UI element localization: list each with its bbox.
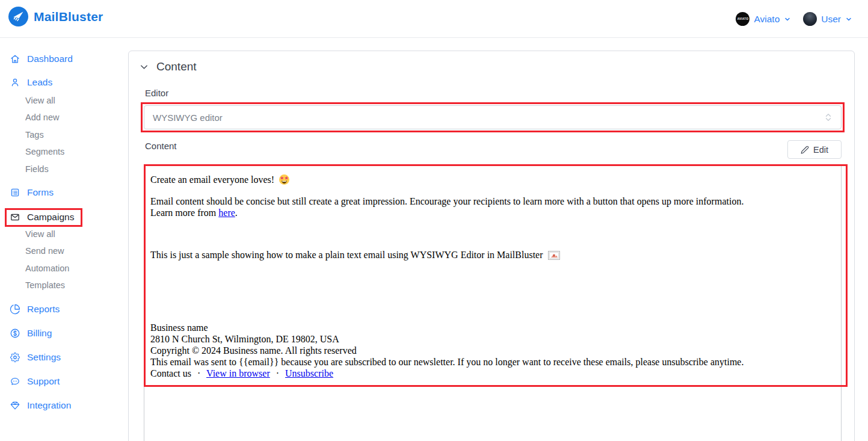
sidebar-label: Settings (27, 352, 61, 363)
chevron-down-icon (784, 16, 791, 23)
contact-us-text: Contact us (150, 368, 191, 378)
section-title: Content (156, 60, 197, 73)
sidebar-label: Support (27, 376, 60, 387)
sidebar-item-leads-add-new[interactable]: Add new (25, 111, 59, 124)
sidebar-item-segments[interactable]: Segments (25, 145, 64, 158)
sidebar-item-support[interactable]: Support (10, 374, 60, 389)
user-dropdown[interactable]: User (803, 12, 852, 26)
content-card: Content Editor WYSIWYG editor Content Ed… (128, 51, 855, 441)
sidebar-label: Campaigns (27, 212, 74, 223)
pie-chart-icon (10, 304, 20, 315)
sidebar-label: Leads (27, 77, 52, 88)
email-footer-copyright: Copyright © 2024 Business name. All righ… (150, 345, 835, 356)
sidebar-label: Integration (27, 400, 71, 411)
brand-name: MailBluster (34, 10, 103, 24)
unsubscribe-link[interactable]: Unsubscribe (285, 368, 333, 378)
editor-select-value: WYSIWYG editor (153, 113, 824, 123)
gem-icon (10, 400, 20, 411)
email-body-line1: Email content should be concise but stil… (150, 196, 835, 207)
view-in-browser-link[interactable]: View in browser (206, 368, 270, 378)
person-icon (10, 77, 20, 88)
account-label: Aviato (754, 14, 780, 25)
sidebar-item-templates[interactable]: Templates (25, 279, 65, 292)
email-footer-sent-note: This email was sent to {{email}} because… (150, 356, 835, 368)
chevron-down-icon (845, 16, 852, 23)
chat-icon (10, 376, 20, 387)
sidebar-item-settings[interactable]: Settings (10, 350, 61, 365)
select-chevrons-icon (824, 112, 833, 123)
star-struck-emoji (279, 174, 289, 185)
top-header: MailBluster AVIATO Aviato User (0, 0, 868, 38)
sidebar-item-reports[interactable]: Reports (10, 302, 60, 316)
form-icon (10, 187, 20, 198)
pencil-icon (801, 146, 809, 154)
sidebar-item-campaigns-view-all[interactable]: View all (25, 227, 55, 241)
sidebar-item-send-new[interactable]: Send new (25, 244, 64, 258)
edit-button[interactable]: Edit (787, 140, 842, 159)
envelope-icon (10, 212, 20, 223)
sidebar-item-leads[interactable]: Leads (10, 75, 52, 90)
email-footer-links: Contact us · View in browser · Unsubscri… (150, 368, 835, 379)
sidebar-item-fields[interactable]: Fields (25, 162, 49, 176)
dollar-icon (10, 328, 20, 339)
sidebar-item-integration[interactable]: Integration (10, 398, 71, 413)
editor-select[interactable]: WYSIWYG editor (144, 105, 842, 129)
home-icon (10, 54, 20, 64)
email-preview: Create an email everyone loves! Email co… (144, 165, 842, 441)
user-avatar (803, 12, 817, 26)
email-footer-address: 2810 N Church St, Wilmington, DE 19802, … (150, 333, 835, 345)
sidebar-label: Reports (27, 304, 60, 315)
email-body-line2-prefix: Learn more from (150, 208, 216, 218)
email-body-line2-suffix: . (235, 208, 238, 218)
content-field-label: Content (145, 141, 177, 151)
account-avatar: AVIATO (736, 12, 749, 26)
learn-more-link[interactable]: here (218, 208, 235, 218)
sidebar-item-leads-view-all[interactable]: View all (25, 94, 55, 107)
sidebar-label: Forms (27, 187, 54, 198)
edit-button-label: Edit (813, 145, 828, 155)
sidebar-label: Dashboard (27, 54, 73, 64)
sidebar-item-automation[interactable]: Automation (25, 262, 69, 275)
account-dropdown[interactable]: AVIATO Aviato (736, 12, 791, 26)
email-footer-business: Business name (150, 322, 835, 333)
sidebar-label: Billing (27, 328, 52, 339)
sidebar-item-forms[interactable]: Forms (10, 185, 54, 200)
paper-plane-icon (8, 7, 28, 26)
separator-dot: · (197, 368, 200, 378)
app-window: MailBluster AVIATO Aviato User Dash (0, 0, 868, 441)
gear-icon (10, 352, 20, 363)
collapse-chevron-icon[interactable] (139, 62, 149, 72)
sidebar-item-billing[interactable]: Billing (10, 326, 52, 341)
email-sample-line: This is just a sample showing how to mak… (150, 250, 543, 260)
broken-image-icon (548, 251, 560, 260)
sidebar-item-tags[interactable]: Tags (25, 128, 44, 141)
sidebar-item-campaigns[interactable]: Campaigns (10, 210, 74, 224)
editor-field-label: Editor (145, 88, 168, 98)
sidebar-item-dashboard[interactable]: Dashboard (10, 52, 73, 66)
brand-logo[interactable]: MailBluster (8, 7, 103, 26)
separator-dot: · (276, 368, 279, 378)
email-greeting: Create an email everyone loves! (150, 174, 274, 185)
user-label: User (821, 14, 841, 25)
